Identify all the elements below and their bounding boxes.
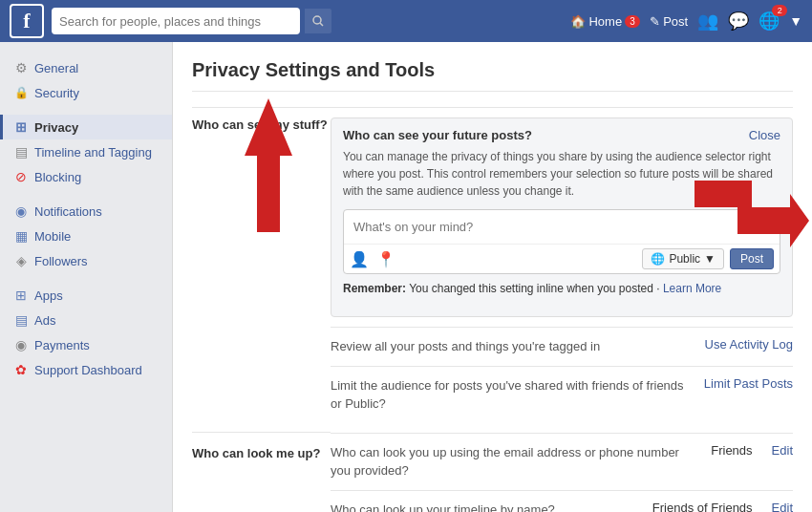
sidebar-item-blocking[interactable]: Blocking bbox=[0, 164, 172, 189]
lookup-row-1-edit[interactable]: Edit bbox=[772, 501, 793, 513]
post-link[interactable]: ✎ Post bbox=[650, 14, 688, 29]
globe-badge: 2 bbox=[772, 5, 787, 16]
post-composer: 👤 📍 🌐 Public ▼ bbox=[343, 209, 780, 274]
future-posts-title: Who can see your future posts? bbox=[343, 128, 780, 142]
composer-footer: 👤 📍 🌐 Public ▼ bbox=[344, 245, 780, 273]
globe-icon[interactable]: 🌐 2 bbox=[759, 11, 780, 32]
future-posts-box: Who can see your future posts? Close You… bbox=[331, 117, 793, 317]
sidebar-item-apps[interactable]: Apps bbox=[0, 283, 172, 308]
search-button[interactable] bbox=[304, 8, 332, 34]
lookup-row-0-edit[interactable]: Edit bbox=[772, 443, 793, 458]
lookup-row-0: Who can look you up using the email addr… bbox=[331, 433, 793, 490]
lookup-row-0-value: Friends bbox=[711, 443, 752, 458]
payments-icon bbox=[13, 337, 29, 352]
sidebar-item-general[interactable]: General bbox=[0, 55, 172, 80]
sidebar-item-payments[interactable]: Payments bbox=[0, 332, 172, 357]
section2-content: Who can look you up using the email addr… bbox=[331, 433, 793, 513]
timeline-icon bbox=[13, 144, 29, 160]
gear-icon bbox=[13, 60, 29, 75]
section1-content: Who can see your future posts? Close You… bbox=[331, 108, 793, 433]
activity-log-row: Review all your posts and things you're … bbox=[331, 327, 793, 366]
sidebar: General Security Privacy Timeline and Ta… bbox=[0, 42, 172, 512]
composer-wrapper: 👤 📍 🌐 Public ▼ bbox=[343, 209, 780, 274]
section1-header: Who can see my stuff? bbox=[192, 108, 331, 433]
limit-past-posts-desc: Limit the audience for posts you've shar… bbox=[331, 376, 694, 414]
sidebar-item-security[interactable]: Security bbox=[0, 80, 172, 105]
svg-point-0 bbox=[313, 16, 321, 24]
lookup-row-1-desc: Who can look up your timeline by name? bbox=[331, 501, 643, 513]
person-icon: 👤 bbox=[350, 250, 369, 268]
ads-icon bbox=[13, 312, 29, 328]
sidebar-item-ads[interactable]: Ads bbox=[0, 308, 172, 332]
limit-past-posts-row: Limit the audience for posts you've shar… bbox=[331, 366, 793, 423]
activity-log-desc: Review all your posts and things you're … bbox=[331, 337, 695, 356]
learn-more-link[interactable]: Learn More bbox=[663, 282, 721, 295]
section2-header: Who can look me up? bbox=[192, 433, 331, 513]
lookup-row-1-value: Friends of Friends bbox=[652, 501, 753, 513]
main-content: Privacy Settings and Tools Who can see m… bbox=[172, 42, 812, 512]
page-title: Privacy Settings and Tools bbox=[192, 59, 793, 92]
lookup-row-0-desc: Who can look you up using the email addr… bbox=[331, 443, 701, 480]
close-link[interactable]: Close bbox=[749, 128, 780, 142]
section-lookup: Who can look me up? Who can look you up … bbox=[192, 433, 793, 513]
future-posts-description: You can manage the privacy of things you… bbox=[343, 148, 780, 200]
lock-icon bbox=[13, 85, 29, 100]
nav-links: 🏠 Home 3 ✎ Post 👥 💬 🌐 2 ▼ bbox=[570, 11, 802, 32]
future-posts-wrapper: Who can see your future posts? Close You… bbox=[331, 117, 793, 317]
sidebar-item-followers[interactable]: Followers bbox=[0, 248, 172, 273]
edit-icon: ✎ bbox=[650, 14, 660, 29]
sidebar-item-mobile[interactable]: Mobile bbox=[0, 224, 172, 248]
use-activity-log-link[interactable]: Use Activity Log bbox=[705, 337, 794, 352]
composer-icons: 👤 📍 bbox=[350, 250, 395, 268]
location-icon: 📍 bbox=[376, 250, 395, 268]
home-link[interactable]: 🏠 Home 3 bbox=[570, 14, 640, 29]
sidebar-item-timeline[interactable]: Timeline and Tagging bbox=[0, 139, 172, 164]
section-future-posts: Who can see my stuff? Who can see your f… bbox=[192, 108, 793, 433]
friends-icon[interactable]: 👥 bbox=[697, 11, 718, 32]
search-input[interactable] bbox=[52, 8, 300, 34]
home-badge: 3 bbox=[625, 15, 640, 28]
globe-small-icon: 🌐 bbox=[651, 252, 665, 266]
composer-input[interactable] bbox=[344, 210, 780, 245]
privacy-icon bbox=[13, 119, 29, 135]
sidebar-item-notifications[interactable]: Notifications bbox=[0, 199, 172, 224]
caret-down-icon[interactable]: ▼ bbox=[789, 13, 802, 29]
block-icon bbox=[13, 169, 29, 184]
svg-line-1 bbox=[320, 23, 323, 26]
settings-table: Who can see my stuff? Who can see your f… bbox=[192, 107, 793, 512]
followers-icon bbox=[13, 253, 29, 268]
top-navigation: f 🏠 Home 3 ✎ Post 👥 💬 🌐 2 ▼ bbox=[0, 0, 812, 42]
home-icon: 🏠 bbox=[570, 14, 586, 29]
sidebar-item-support[interactable]: Support Dashboard bbox=[0, 357, 172, 382]
apps-icon bbox=[13, 288, 29, 303]
main-wrapper: General Security Privacy Timeline and Ta… bbox=[0, 42, 812, 512]
limit-past-posts-link[interactable]: Limit Past Posts bbox=[704, 376, 793, 391]
mobile-icon bbox=[13, 228, 29, 244]
caret-down-small-icon: ▼ bbox=[704, 252, 716, 266]
support-icon bbox=[13, 362, 29, 377]
messages-icon[interactable]: 💬 bbox=[728, 11, 749, 32]
facebook-logo: f bbox=[10, 4, 44, 38]
notifications-icon bbox=[13, 203, 29, 219]
post-button[interactable]: Post bbox=[730, 248, 774, 269]
remember-line: Remember: You changed this setting inlin… bbox=[343, 282, 780, 295]
lookup-row-1: Who can look up your timeline by name? F… bbox=[331, 490, 793, 513]
sidebar-item-privacy[interactable]: Privacy bbox=[0, 115, 172, 139]
audience-selector-button[interactable]: 🌐 Public ▼ bbox=[642, 248, 724, 269]
